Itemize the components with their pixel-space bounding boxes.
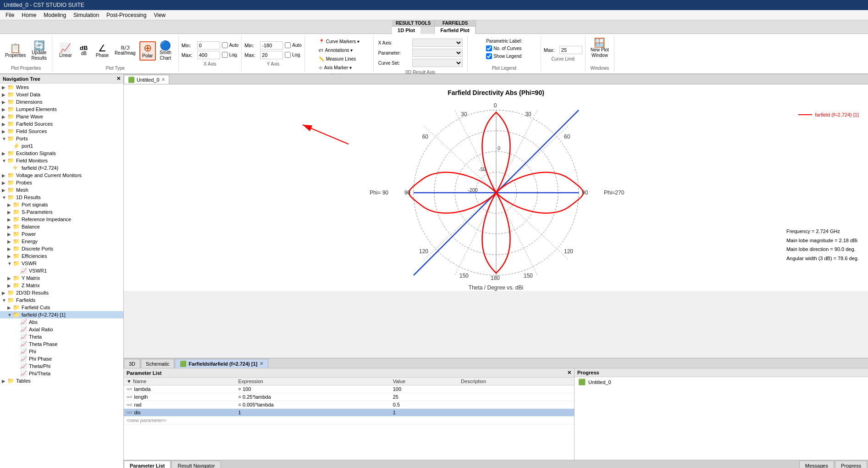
tree-voxel-data[interactable]: ▶ 📁 Voxel Data: [0, 91, 123, 98]
tree-port-signals[interactable]: ▶ 📁 Port signals: [0, 201, 123, 208]
tree-tables[interactable]: ▶ 📁 Tables: [0, 377, 123, 384]
tree-theta-phi[interactable]: 📈 Theta/Phi: [0, 362, 123, 370]
nav-tree-close[interactable]: ✕: [116, 76, 121, 82]
tree-power[interactable]: ▶ 📁 Power: [0, 230, 123, 238]
tree-vswr1[interactable]: 📈 VSWR1: [0, 267, 123, 274]
tree-farfield-cuts[interactable]: ▶ 📁 Farfield Cuts: [0, 304, 123, 311]
menu-view[interactable]: View: [150, 11, 169, 19]
x-axis-min[interactable]: [197, 41, 220, 50]
menu-bar: File Home Modeling Simulation Post-Proce…: [0, 10, 868, 20]
menu-post-processing[interactable]: Post-Processing: [103, 11, 150, 19]
param-row-dis[interactable]: ≈=dis 1 1: [124, 409, 574, 417]
menu-file[interactable]: File: [2, 11, 18, 19]
tree-theta-phase[interactable]: 📈 Theta Phase: [0, 340, 123, 348]
btn-linear[interactable]: 📈 Linear: [57, 42, 74, 60]
nav-tree-body[interactable]: ▶ 📁 Wires ▶ 📁 Voxel Data ▶ 📁 Dimensions …: [0, 84, 123, 468]
tree-plane-wave[interactable]: ▶ 📁 Plane Wave: [0, 113, 123, 120]
tree-farfields[interactable]: ▼ 📁 Farfields: [0, 296, 123, 304]
tree-field-sources[interactable]: ▶ 📁 Field Sources: [0, 128, 123, 135]
tree-efficiencies[interactable]: ▶ 📁 Efficiencies: [0, 252, 123, 260]
tab-1d-plot[interactable]: 1D Plot: [392, 27, 421, 34]
tree-abs[interactable]: 📈 Abs: [0, 318, 123, 326]
btn-axis-marker[interactable]: ⊹ Axis Marker ▾: [316, 64, 362, 72]
tab-farfields[interactable]: 🟩 Farfields\farfield (f=2.724) [1] ✕: [175, 359, 268, 368]
bottom-nav-tab-result-navigator[interactable]: Result Navigator: [171, 461, 221, 468]
tree-ports[interactable]: ▼ 📁 Ports: [0, 135, 123, 142]
tree-s-parameters[interactable]: ▶ 📁 S-Parameters: [0, 208, 123, 216]
menu-modeling[interactable]: Modeling: [40, 11, 70, 19]
tree-phi[interactable]: 📈 Phi: [0, 348, 123, 355]
btn-phase[interactable]: ∠ Phase: [94, 42, 111, 60]
curve-set-select[interactable]: [412, 59, 463, 67]
doc-tab-untitled0[interactable]: 🟩 Untitled_0 ✕: [124, 75, 169, 84]
real-imag-icon: ℝ/ℑ: [121, 45, 130, 50]
y-axis-auto-cb[interactable]: [285, 42, 291, 48]
menu-home[interactable]: Home: [18, 11, 40, 19]
param-row-rad[interactable]: ≈=rad = 0.005*lambda 0.5: [124, 401, 574, 409]
show-legend-cb[interactable]: [486, 53, 492, 59]
bottom-nav-tab-progress[interactable]: Progress: [835, 461, 867, 468]
tree-port1[interactable]: ⚡ port1: [0, 142, 123, 150]
tree-probes[interactable]: ▶ 📁 Probes: [0, 179, 123, 186]
btn-curve-markers[interactable]: 📍 Curve Markers ▾: [316, 38, 362, 45]
btn-smith-chart[interactable]: 🔵 SmithChart: [157, 39, 174, 62]
param-row-length[interactable]: ≈=length = 0.25*lambda 25: [124, 393, 574, 401]
param-expr-length: = 0.25*lambda: [236, 393, 390, 401]
x-axis-log-cb[interactable]: [222, 52, 228, 58]
tree-reference-impedance[interactable]: ▶ 📁 Reference Impedance: [0, 216, 123, 223]
doc-tab-close[interactable]: ✕: [161, 77, 165, 82]
tree-axial-ratio[interactable]: 📈 Axial Ratio: [0, 326, 123, 333]
tree-phi-theta[interactable]: 📈 Phi/Theta: [0, 370, 123, 377]
tree-discrete-ports[interactable]: ▶ 📁 Discrete Ports: [0, 245, 123, 252]
y-axis-min[interactable]: [260, 41, 283, 50]
tree-1d-results[interactable]: ▼ 📁 1D Results: [0, 194, 123, 201]
tree-theta[interactable]: 📈 Theta: [0, 333, 123, 340]
tree-farfield-result[interactable]: ▼ 📁 farfield (f=2.724) [1]: [0, 311, 123, 318]
btn-properties[interactable]: 📋 Properties: [3, 42, 28, 60]
tree-2d-3d-results[interactable]: ▶ 📁 2D/3D Results: [0, 289, 123, 296]
btn-real-imag[interactable]: ℝ/ℑ Real/Imag: [112, 44, 138, 57]
y-axis-log-cb[interactable]: [285, 52, 291, 58]
tree-phi-phase[interactable]: 📈 Phi Phase: [0, 355, 123, 362]
tab-farfields-close[interactable]: ✕: [260, 361, 263, 366]
param-row-lambda[interactable]: ≈=lambda = 100 100: [124, 385, 574, 393]
tree-energy[interactable]: ▶ 📁 Energy: [0, 238, 123, 245]
tab-schematic[interactable]: Schematic: [141, 359, 174, 368]
btn-annotations[interactable]: 🏷 Annotations ▾: [316, 46, 362, 54]
btn-db[interactable]: dB dB: [76, 44, 92, 58]
btn-measure-lines[interactable]: 📏 Measure Lines: [316, 55, 362, 63]
progress-panel: Progress 🟩 Untitled_0: [575, 368, 868, 460]
x-axis-max[interactable]: [197, 51, 220, 59]
no-of-curves-cb[interactable]: [486, 45, 492, 51]
tree-mesh[interactable]: ▶ 📁 Mesh: [0, 186, 123, 194]
svg-text:0: 0: [493, 102, 497, 109]
bottom-nav-tab-messages[interactable]: Messages: [799, 461, 834, 468]
menu-simulation[interactable]: Simulation: [70, 11, 103, 19]
tree-excitation-signals[interactable]: ▶ 📁 Excitation Signals: [0, 150, 123, 157]
tree-dimensions[interactable]: ▶ 📁 Dimensions: [0, 98, 123, 106]
x-axis-select[interactable]: [412, 39, 463, 47]
btn-polar[interactable]: ⊕ Polar: [139, 41, 156, 61]
curve-limit-max[interactable]: [559, 46, 582, 54]
tab-farfield-plot[interactable]: Farfield Plot: [435, 27, 475, 34]
tree-vswr[interactable]: ▼ 📁 VSWR: [0, 260, 123, 267]
tree-balance[interactable]: ▶ 📁 Balance: [0, 223, 123, 230]
tree-z-matrix[interactable]: ▶ 📁 Z Matrix: [0, 282, 123, 289]
btn-update-results[interactable]: 🔄 UpdateResults: [29, 39, 49, 62]
bottom-nav-tab-param-list[interactable]: Parameter List: [124, 461, 171, 468]
tab-3d[interactable]: 3D: [124, 359, 140, 368]
param-row-new[interactable]: <new parameter>: [124, 417, 574, 424]
tree-field-monitors[interactable]: ▼ 📁 Field Monitors: [0, 157, 123, 164]
tree-lumped-elements[interactable]: ▶ 📁 Lumped Elements: [0, 106, 123, 113]
y-axis-max[interactable]: [260, 51, 283, 59]
tree-farfield-2724[interactable]: ✛ farfield (f=2.724): [0, 164, 123, 172]
navigation-tree: Navigation Tree ✕ ▶ 📁 Wires ▶ 📁 Voxel Da…: [0, 74, 124, 468]
param-list-close[interactable]: ✕: [567, 370, 571, 376]
tree-wires[interactable]: ▶ 📁 Wires: [0, 84, 123, 91]
tree-y-matrix[interactable]: ▶ 📁 Y Matrix: [0, 274, 123, 282]
x-axis-auto-cb[interactable]: [222, 42, 228, 48]
tree-voltage-current-monitors[interactable]: ▶ 📁 Voltage and Current Monitors: [0, 172, 123, 179]
tree-farfield-sources[interactable]: ▶ 📁 Farfield Sources: [0, 120, 123, 128]
btn-new-plot-window[interactable]: 🪟 New PlotWindow: [588, 37, 611, 60]
parameter-select[interactable]: [412, 49, 463, 57]
